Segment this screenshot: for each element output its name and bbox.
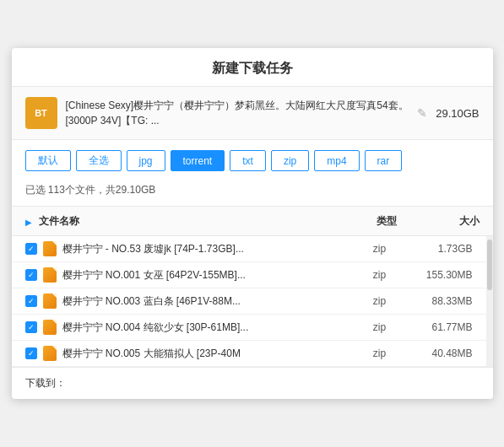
col-type-header: 类型 <box>361 214 412 229</box>
table-row: 樱井宁宁 NO.001 女巫 [64P2V-155MB]... zip 155.… <box>12 262 486 288</box>
filter-btn-torrent[interactable]: torrent <box>171 150 225 171</box>
download-to-row: 下载到： <box>12 367 493 399</box>
expand-arrow-header[interactable]: ▶ <box>25 218 32 227</box>
row-checkbox-2[interactable] <box>25 295 37 307</box>
file-type-4: zip <box>355 347 405 359</box>
file-icon-0 <box>42 241 57 256</box>
file-rows[interactable]: 樱井宁宁 - NO.53 废墟jk [74P-1.73GB]... zip 1.… <box>12 236 486 367</box>
torrent-info-row: BT [Chinese Sexy]樱井宁宁（樱井宁宁）梦莉黑丝。大陆网红大尺度写… <box>12 87 493 140</box>
file-size-3: 61.77MB <box>405 321 473 333</box>
file-name-3: 樱井宁宁 NO.004 纯欲少女 [30P-61MB]... <box>62 320 355 335</box>
filter-btn-mp4[interactable]: mp4 <box>314 150 359 171</box>
filter-buttons: 默认 全选 jpg torrent txt zip mp4 rar <box>25 150 480 171</box>
file-icon-3 <box>42 320 57 335</box>
file-type-3: zip <box>355 321 405 333</box>
file-size-4: 40.48MB <box>405 347 473 359</box>
file-list-section: ▶ 文件名称 类型 大小 樱井宁宁 - NO.53 废墟jk [74P-1.73… <box>12 207 493 367</box>
row-checkbox-0[interactable] <box>25 243 37 255</box>
file-type-0: zip <box>355 243 405 255</box>
file-icon-2 <box>42 294 57 309</box>
file-size-2: 88.33MB <box>405 295 473 307</box>
download-to-label: 下载到： <box>25 377 66 389</box>
table-row: 樱井宁宁 NO.003 蓝白条 [46P1V-88M... zip 88.33M… <box>12 288 486 315</box>
file-name-2: 樱井宁宁 NO.003 蓝白条 [46P1V-88M... <box>62 294 355 309</box>
filter-btn-jpg[interactable]: jpg <box>127 150 165 171</box>
filter-btn-txt[interactable]: txt <box>230 150 266 171</box>
file-type-1: zip <box>355 269 405 281</box>
table-row: 樱井宁宁 - NO.53 废墟jk [74P-1.73GB]... zip 1.… <box>12 236 486 262</box>
table-row: 樱井宁宁 NO.004 纯欲少女 [30P-61MB]... zip 61.77… <box>12 315 486 341</box>
filter-btn-default[interactable]: 默认 <box>25 150 71 171</box>
scrollbar-area[interactable] <box>486 236 493 367</box>
file-size-0: 1.73GB <box>405 243 473 255</box>
torrent-name: [Chinese Sexy]樱井宁宁（樱井宁宁）梦莉黑丝。大陆网红大尺度写真54… <box>66 98 409 128</box>
scrollbar-thumb[interactable] <box>487 240 492 290</box>
torrent-size: 29.10GB <box>436 107 479 120</box>
file-rows-container: 樱井宁宁 - NO.53 废墟jk [74P-1.73GB]... zip 1.… <box>12 236 486 367</box>
file-type-2: zip <box>355 295 405 307</box>
filter-btn-all[interactable]: 全选 <box>76 150 122 171</box>
dialog-title: 新建下载任务 <box>12 48 493 87</box>
file-list-header: ▶ 文件名称 类型 大小 <box>12 207 493 236</box>
selected-info: 已选 113个文件，共29.10GB <box>25 178 480 199</box>
bt-icon: BT <box>25 97 57 129</box>
row-checkbox-1[interactable] <box>25 269 37 281</box>
col-name-header: 文件名称 <box>39 214 361 229</box>
row-checkbox-3[interactable] <box>25 321 37 333</box>
filter-btn-zip[interactable]: zip <box>271 150 309 171</box>
filter-btn-rar[interactable]: rar <box>365 150 403 171</box>
edit-icon[interactable]: ✎ <box>417 106 427 120</box>
file-name-4: 樱井宁宁 NO.005 大能猫拟人 [23P-40M <box>62 347 355 361</box>
file-icon-4 <box>42 346 57 361</box>
table-row: 樱井宁宁 NO.005 大能猫拟人 [23P-40M zip 40.48MB <box>12 341 486 367</box>
filter-section: 默认 全选 jpg torrent txt zip mp4 rar 已选 113… <box>12 140 493 207</box>
file-list-wrapper: 樱井宁宁 - NO.53 废墟jk [74P-1.73GB]... zip 1.… <box>12 236 493 367</box>
file-icon-1 <box>42 267 57 283</box>
file-name-0: 樱井宁宁 - NO.53 废墟jk [74P-1.73GB]... <box>62 242 355 256</box>
file-name-1: 樱井宁宁 NO.001 女巫 [64P2V-155MB]... <box>62 268 355 283</box>
row-checkbox-4[interactable] <box>25 347 37 359</box>
col-size-header: 大小 <box>412 214 480 229</box>
expand-col-header: ▶ <box>25 213 39 229</box>
file-size-1: 155.30MB <box>405 269 473 281</box>
new-download-dialog: 新建下载任务 BT [Chinese Sexy]樱井宁宁（樱井宁宁）梦莉黑丝。大… <box>12 48 493 399</box>
